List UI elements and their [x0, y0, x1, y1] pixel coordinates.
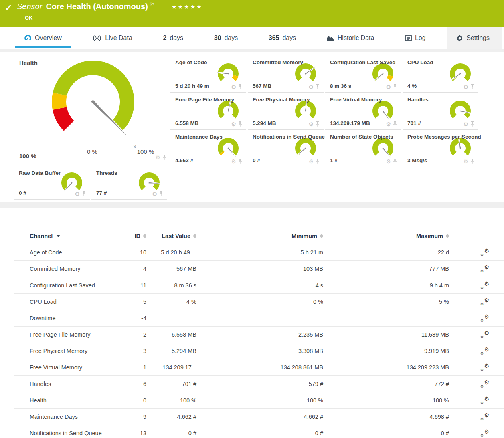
pin-icon[interactable]	[470, 121, 474, 127]
tab-log[interactable]: Log	[396, 27, 435, 49]
gear-icon[interactable]: ⚙	[308, 84, 314, 90]
channel-settings-icon[interactable]: ⚙ ⚙	[480, 265, 489, 273]
channel-settings-icon[interactable]: ⚙ ⚙	[480, 429, 489, 437]
gear-icon[interactable]: ⚙	[386, 121, 391, 127]
table-row[interactable]: Free Virtual Memory 1 134.209.17... 134.…	[14, 359, 504, 376]
settings-gear-icon	[456, 35, 463, 42]
tab-live-data[interactable]: Live Data	[83, 27, 141, 49]
gear-icon[interactable]: ⚙	[308, 159, 314, 164]
table-row[interactable]: Free Page File Memory 2 6.558 MB 2.235 M…	[14, 327, 504, 343]
tab-days[interactable]: 2 days	[154, 27, 192, 49]
pin-icon[interactable]	[393, 159, 397, 164]
pin-icon[interactable]	[238, 121, 242, 127]
pin-icon[interactable]	[393, 84, 397, 90]
pin-icon[interactable]	[316, 121, 320, 127]
gear-icon[interactable]: ⚙	[463, 84, 468, 90]
pin-icon[interactable]	[238, 84, 242, 90]
channel-last-value: 701 #	[146, 381, 196, 387]
pin-icon[interactable]	[159, 191, 163, 197]
table-row[interactable]: Notifications in Send Queue 13 0 # 0 # 0…	[14, 425, 504, 438]
channel-id: 2	[132, 331, 146, 338]
channel-name[interactable]: Age of Code	[30, 249, 132, 256]
channel-settings-icon[interactable]: ⚙ ⚙	[480, 347, 489, 355]
table-row[interactable]: Handles 6 701 # 579 # 772 # ⚙ ⚙	[14, 376, 504, 392]
gauge-value: 4 %	[407, 83, 417, 89]
gear-icon[interactable]: ⚙	[308, 121, 314, 127]
gauge-value: 77 #	[96, 190, 107, 196]
channel-settings-icon[interactable]: ⚙ ⚙	[480, 380, 489, 388]
gear-icon[interactable]: ⚙	[463, 121, 468, 127]
gear-icon[interactable]: ⚙	[152, 191, 157, 197]
pin-icon[interactable]	[162, 155, 166, 160]
tab-label: Historic Data	[338, 34, 374, 42]
tab-days[interactable]: 365 days	[260, 27, 305, 49]
gear-icon[interactable]: ⚙	[386, 84, 391, 90]
channel-settings-icon[interactable]: ⚙ ⚙	[480, 314, 489, 322]
channel-name[interactable]: CPU Load	[30, 299, 132, 305]
tab-days[interactable]: 30 days	[205, 27, 247, 49]
table-row[interactable]: Free Physical Memory 3 5.294 MB 3.308 MB…	[14, 343, 504, 359]
table-row[interactable]: Maintenance Days 9 4.662 # 4.662 # 4.698…	[14, 409, 504, 425]
column-header-channel[interactable]: Channel	[30, 233, 132, 239]
channel-name[interactable]: Maintenance Days	[30, 414, 132, 420]
column-header-minimum[interactable]: Minimum	[196, 233, 323, 239]
pin-icon[interactable]	[238, 159, 242, 164]
column-header-maximum[interactable]: Maximum	[323, 233, 449, 239]
gauge-title: Age of Code	[175, 59, 207, 65]
gear-icon[interactable]: ⚙	[231, 84, 236, 90]
channel-id: 11	[132, 282, 146, 289]
gear-icon[interactable]: ⚙	[386, 159, 391, 164]
gauge-panel: Probe Messages per Second 3 Msg/s ⚙	[403, 130, 478, 167]
table-row[interactable]: CPU Load 5 4 % 0 % 5 % ⚙ ⚙	[14, 294, 504, 310]
channel-last-value: 0 #	[146, 430, 196, 436]
channel-settings-icon[interactable]: ⚙ ⚙	[480, 298, 489, 306]
gear-icon[interactable]: ⚙	[155, 155, 160, 160]
tab-settings[interactable]: Settings	[447, 27, 502, 49]
table-row[interactable]: Downtime -4 ⚙ ⚙	[14, 310, 504, 327]
priority-flag-icon[interactable]: ⚐	[150, 2, 155, 8]
pin-icon[interactable]	[316, 159, 320, 164]
channel-name[interactable]: Health	[30, 397, 132, 404]
channel-name[interactable]: Configuration Last Saved	[30, 282, 132, 289]
table-row[interactable]: Configuration Last Saved 11 8 m 36 s 4 s…	[14, 277, 504, 294]
channel-settings-icon[interactable]: ⚙ ⚙	[480, 363, 489, 371]
channel-name[interactable]: Downtime	[30, 315, 132, 321]
channel-settings-icon[interactable]: ⚙ ⚙	[480, 331, 489, 339]
channel-name[interactable]: Free Page File Memory	[30, 331, 132, 338]
tab-historic-data[interactable]: Historic Data	[318, 27, 383, 49]
pin-icon[interactable]	[393, 121, 397, 127]
column-header-id[interactable]: ID	[132, 233, 146, 239]
pin-icon[interactable]	[470, 84, 474, 90]
channel-name[interactable]: Handles	[30, 381, 132, 387]
channel-minimum: 4 s	[196, 282, 323, 289]
gauge-panel: Raw Data Buffer 0 # ⚙	[14, 166, 90, 200]
channel-maximum: 9 h 4 m	[323, 282, 449, 289]
gear-icon[interactable]: ⚙	[231, 121, 236, 127]
channel-name[interactable]: Free Physical Memory	[30, 348, 132, 354]
channel-maximum: 134.209.223 MB	[323, 364, 449, 371]
channel-settings-icon[interactable]: ⚙ ⚙	[480, 248, 489, 256]
table-row[interactable]: Age of Code 10 5 d 20 h 49 ... 5 h 21 m …	[14, 244, 504, 261]
gauge	[370, 62, 396, 87]
priority-stars[interactable]: ★★★★★	[172, 4, 203, 10]
pin-icon[interactable]	[316, 84, 320, 90]
channel-settings-icon[interactable]: ⚙ ⚙	[480, 413, 489, 421]
column-header-last-value[interactable]: Last Value	[146, 233, 196, 239]
pin-icon[interactable]	[82, 191, 86, 197]
gear-icon[interactable]: ⚙	[75, 191, 80, 197]
table-row[interactable]: Health 0 100 % 100 % 100 % ⚙ ⚙	[14, 392, 504, 409]
channel-last-value: 567 MB	[146, 266, 196, 272]
gauge-scale-min: 0 %	[83, 148, 101, 155]
gear-icon[interactable]: ⚙	[463, 159, 468, 164]
sort-icon	[193, 234, 196, 238]
channel-name[interactable]: Notifications in Send Queue	[30, 430, 132, 436]
table-row[interactable]: Committed Memory 4 567 MB 103 MB 777 MB …	[14, 261, 504, 277]
tab-overview[interactable]: Overview	[15, 27, 71, 49]
channel-id: 1	[132, 364, 146, 371]
gear-icon[interactable]: ⚙	[231, 159, 236, 164]
channel-settings-icon[interactable]: ⚙ ⚙	[480, 281, 489, 289]
pin-icon[interactable]	[470, 159, 474, 164]
channel-name[interactable]: Free Virtual Memory	[30, 364, 132, 371]
channel-name[interactable]: Committed Memory	[30, 266, 132, 272]
channel-settings-icon[interactable]: ⚙ ⚙	[480, 396, 489, 404]
